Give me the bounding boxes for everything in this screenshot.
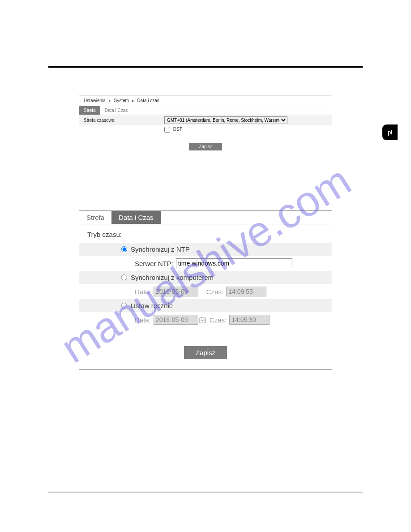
dst-checkbox-wrap[interactable]: DST: [164, 127, 182, 133]
manual-time-input[interactable]: [229, 315, 270, 325]
ntp-server-input[interactable]: [176, 258, 292, 268]
pc-date-label: Data:: [135, 288, 151, 296]
datetime-panel: Strefa Data i Czas Tryb czasu: Synchroni…: [79, 210, 332, 370]
pc-time-label: Czas:: [206, 288, 223, 296]
time-mode-label: Tryb czasu:: [79, 224, 332, 243]
language-tab: pl: [382, 124, 398, 140]
dst-checkbox[interactable]: [164, 127, 170, 133]
svg-rect-5: [202, 320, 203, 321]
tab-zone[interactable]: Strefa: [79, 106, 100, 115]
timezone-panel: Ustawienia ▸ System ▸ Data i czas Strefa…: [79, 95, 332, 161]
tab-datetime[interactable]: Data i Czas: [100, 106, 133, 115]
option-pc-row[interactable]: Synchronizuj z komputerem: [79, 271, 332, 284]
manual-date-label: Data:: [135, 316, 151, 324]
svg-rect-3: [204, 317, 204, 318]
dst-label: DST: [173, 127, 182, 132]
tab-zone[interactable]: Strefa: [79, 211, 111, 224]
breadcrumb-item[interactable]: System: [114, 98, 128, 103]
breadcrumb-separator-icon: ▸: [132, 98, 134, 103]
option-manual-row[interactable]: Ustaw ręcznie: [79, 299, 332, 312]
manual-date-input[interactable]: [154, 315, 198, 325]
ntp-server-label: Serwer NTP:: [135, 260, 173, 267]
calendar-icon[interactable]: [199, 317, 206, 323]
tab-datetime[interactable]: Data i Czas: [111, 211, 161, 224]
manual-radio[interactable]: [121, 303, 127, 309]
save-button[interactable]: Zapisz: [184, 346, 227, 359]
option-ntp-row[interactable]: Synchronizuj z NTP: [79, 243, 332, 256]
breadcrumb-item[interactable]: Data i czas: [137, 98, 159, 103]
pc-date-input: [154, 287, 198, 296]
svg-rect-2: [201, 317, 201, 318]
breadcrumb: Ustawienia ▸ System ▸ Data i czas: [79, 95, 332, 106]
timezone-select[interactable]: GMT+01 (Amsterdam, Berlin, Rome, Stockho…: [164, 116, 287, 124]
timezone-label: Strefa czasowa:: [84, 118, 164, 123]
save-button[interactable]: Zapisz: [189, 143, 222, 150]
pc-radio[interactable]: [121, 275, 127, 280]
svg-rect-6: [204, 320, 205, 321]
manual-time-label: Czas:: [210, 316, 227, 324]
manual-label: Ustaw ręcznie: [131, 302, 173, 309]
ntp-radio[interactable]: [121, 246, 127, 252]
pc-time-input: [226, 287, 266, 296]
breadcrumb-separator-icon: ▸: [109, 98, 111, 103]
ntp-label: Synchronizuj z NTP: [131, 245, 190, 253]
svg-rect-4: [201, 320, 201, 321]
pc-label: Synchronizuj z komputerem: [131, 274, 214, 281]
breadcrumb-item[interactable]: Ustawienia: [84, 98, 106, 103]
